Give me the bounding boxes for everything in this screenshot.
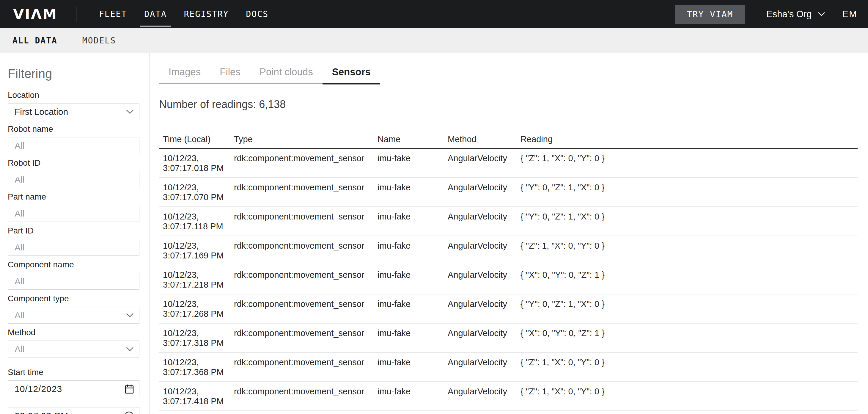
component-type-select[interactable]: All [8,307,140,324]
method-cell: AngularVelocity [444,352,517,382]
chevron-down-icon [126,313,134,318]
type-cell: rdk:component:movement_sensor [230,207,374,236]
filter-group-component-type: Component type All [8,294,140,324]
table-row: 10/12/23,3:07:17.218 PMrdk:component:mov… [159,265,858,294]
robot-id-input[interactable] [8,171,140,188]
time-cell: 10/12/23,3:07:17.169 PM [159,236,230,265]
filter-group-component-name: Component name [8,260,140,290]
top-navbar: VIΛM FLEET DATA REGISTRY DOCS TRY VIAM E… [0,0,868,28]
time-cell: 10/12/23,3:07:17.368 PM [159,352,230,382]
main-panel: Images Files Point clouds Sensors Number… [150,53,868,414]
part-id-label: Part ID [8,226,140,236]
org-selector[interactable]: Esha's Org [766,9,825,20]
reading-cell: { "Z": 1, "X": 0, "Y": 0 } [517,148,858,178]
sensor-readings-table: Time (Local) Type Name Method Reading 10… [159,134,858,411]
nav-item-fleet[interactable]: FLEET [99,9,127,19]
table-row: 10/12/23,3:07:17.418 PMrdk:component:mov… [159,382,858,411]
calendar-icon[interactable] [125,384,134,394]
location-label: Location [8,90,140,100]
part-id-input[interactable] [8,239,140,256]
method-cell: AngularVelocity [444,294,517,323]
type-cell: rdk:component:movement_sensor [230,294,374,323]
subnav: ALL DATA MODELS [0,28,868,53]
col-header-reading: Reading [517,134,858,148]
type-cell: rdk:component:movement_sensor [230,352,374,382]
time-cell: 10/12/23,3:07:17.318 PM [159,323,230,352]
time-cell: 10/12/23,3:07:17.418 PM [159,382,230,411]
nav-right: TRY VIAM Esha's Org EM [675,5,857,24]
reading-cell: { "X": 0, "Y": 0, "Z": 1 } [517,265,858,294]
viam-logo[interactable]: VIΛM [13,6,57,22]
method-cell: AngularVelocity [444,265,517,294]
component-type-select-value: All [14,310,24,320]
tab-files[interactable]: Files [210,66,250,84]
nav-divider [76,6,76,22]
nav-item-data[interactable]: DATA [144,9,166,19]
filter-group-robot-id: Robot ID [8,158,140,188]
page-content: Filtering Location First Location Robot … [0,53,868,414]
type-cell: rdk:component:movement_sensor [230,236,374,265]
table-row: 10/12/23,3:07:17.368 PMrdk:component:mov… [159,352,858,382]
name-cell: imu-fake [374,148,444,178]
filter-group-robot-name: Robot name [8,124,140,154]
nav-item-registry[interactable]: REGISTRY [184,9,229,19]
name-cell: imu-fake [374,178,444,207]
reading-cell: { "Z": 1, "X": 0, "Y": 0 } [517,352,858,382]
table-row: 10/12/23,3:07:17.118 PMrdk:component:mov… [159,207,858,236]
col-header-type: Type [230,134,374,148]
start-time-value: 03:07:00 PM [14,411,68,414]
name-cell: imu-fake [374,207,444,236]
method-select[interactable]: All [8,341,140,357]
name-cell: imu-fake [374,236,444,265]
table-row: 10/12/23,3:07:17.070 PMrdk:component:mov… [159,178,858,207]
method-cell: AngularVelocity [444,148,517,178]
filter-sidebar: Filtering Location First Location Robot … [0,53,150,414]
table-row: 10/12/23,3:07:17.018 PMrdk:component:mov… [159,148,858,178]
start-date-input[interactable]: 10/12/2023 [8,380,140,397]
chevron-down-icon [126,347,134,352]
user-avatar[interactable]: EM [842,9,858,20]
method-cell: AngularVelocity [444,323,517,352]
reading-cell: { "Z": 1, "X": 0, "Y": 0 } [517,236,858,265]
org-name: Esha's Org [766,9,811,20]
filter-group-location: Location First Location [8,90,140,120]
component-type-label: Component type [8,294,140,304]
method-cell: AngularVelocity [444,178,517,207]
readings-label: Number of readings: [159,98,256,111]
part-name-label: Part name [8,192,140,202]
readings-value: 6,138 [259,98,286,111]
tab-models[interactable]: MODELS [82,36,116,46]
try-viam-button[interactable]: TRY VIAM [675,5,745,24]
tab-all-data[interactable]: ALL DATA [12,36,57,46]
tab-sensors[interactable]: Sensors [322,66,380,84]
location-select[interactable]: First Location [8,103,140,120]
component-name-input[interactable] [8,273,140,290]
reading-cell: { "X": 0, "Y": 0, "Z": 1 } [517,323,858,352]
table-row: 10/12/23,3:07:17.318 PMrdk:component:mov… [159,323,858,352]
clock-icon[interactable] [124,411,134,414]
tab-images[interactable]: Images [159,66,210,84]
nav-item-docs[interactable]: DOCS [246,9,269,19]
part-name-input[interactable] [8,205,140,222]
chevron-down-icon [818,12,825,17]
type-cell: rdk:component:movement_sensor [230,148,374,178]
name-cell: imu-fake [374,294,444,323]
time-cell: 10/12/23,3:07:17.118 PM [159,207,230,236]
method-cell: AngularVelocity [444,382,517,411]
method-cell: AngularVelocity [444,236,517,265]
chevron-down-icon [126,110,134,114]
start-time-input[interactable]: 03:07:00 PM [8,407,140,414]
reading-cell: { "Y": 0, "Z": 1, "X": 0 } [517,178,858,207]
time-cell: 10/12/23,3:07:17.268 PM [159,294,230,323]
col-header-time: Time (Local) [159,134,230,148]
data-type-tabs: Images Files Point clouds Sensors [159,66,380,84]
name-cell: imu-fake [374,265,444,294]
reading-cell: { "Y": 0, "Z": 1, "X": 0 } [517,294,858,323]
method-label: Method [8,327,140,337]
tab-point-clouds[interactable]: Point clouds [250,66,322,84]
method-cell: AngularVelocity [444,207,517,236]
start-time-label: Start time [8,367,140,377]
robot-name-input[interactable] [8,137,140,154]
filtering-title: Filtering [8,66,140,82]
col-header-method: Method [444,134,517,148]
